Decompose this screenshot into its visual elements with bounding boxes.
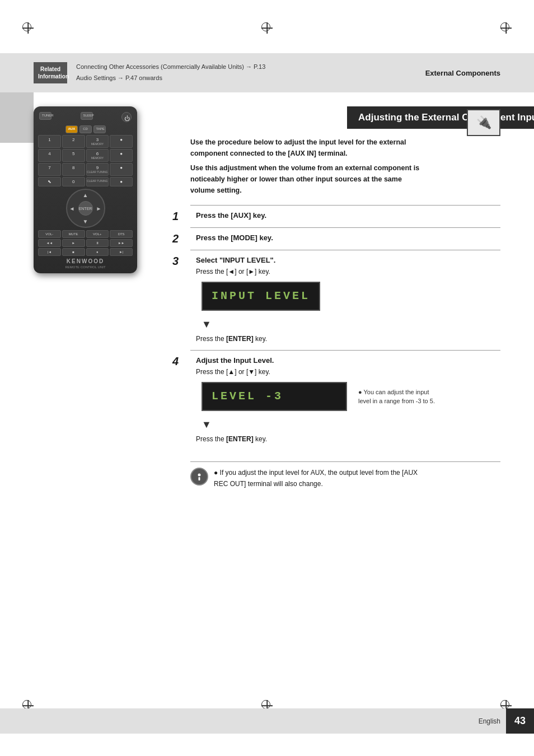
header-links: Connecting Other Accessories (Commercial… bbox=[76, 62, 265, 84]
section-title: External Components bbox=[425, 69, 500, 77]
step-4-level-row: LEVEL -3 ● You can adjust the input leve… bbox=[196, 377, 500, 416]
main-content: Adjusting the External Component Input L… bbox=[0, 106, 534, 489]
step-4-body: Press the [▲] or [▼] key. LEVEL -3 ● You… bbox=[190, 367, 500, 445]
footer-language: English bbox=[479, 717, 506, 725]
related-info-tab: Related Information bbox=[34, 62, 67, 83]
step-2: 2 Press the [MODE] key. bbox=[190, 227, 500, 250]
note-area: ● If you adjust the input level for AUX,… bbox=[190, 461, 500, 489]
note-icon bbox=[190, 468, 208, 486]
step-3-number: 3 bbox=[172, 255, 179, 268]
step-4-instruction-2: Press the [ENTER] key. bbox=[196, 434, 500, 445]
step-3-instruction-2: Press the [ENTER] key. bbox=[196, 334, 500, 344]
step-4: 4 Adjust the Input Level. Press the [▲] … bbox=[190, 350, 500, 450]
step-3-title: Select "INPUT LEVEL". bbox=[190, 256, 500, 264]
step-4-lcd: LEVEL -3 bbox=[202, 382, 347, 411]
step-1-number: 1 bbox=[172, 210, 179, 223]
step-4-arrow: ▼ bbox=[202, 417, 495, 433]
step-4-number: 4 bbox=[172, 355, 179, 368]
reg-mark-tc bbox=[261, 22, 273, 34]
svg-rect-1 bbox=[199, 477, 200, 480]
intro-line-2: Use this adjustment when the volume from… bbox=[190, 162, 425, 196]
aux-icon: 🔌 bbox=[467, 109, 500, 136]
page-number: 43 bbox=[506, 708, 534, 734]
note-content: ● If you adjust the input level for AUX,… bbox=[214, 469, 418, 487]
page-title: Adjusting the External Component Input L… bbox=[347, 106, 534, 129]
note-svg bbox=[194, 471, 205, 482]
step-3-body: Press the [◄] or [►] key. INPUT LEVEL ▼ … bbox=[190, 267, 500, 344]
step-3-arrow: ▼ bbox=[202, 316, 495, 333]
steps-area: 1 Press the [AUX] key. 2 Press the [MODE… bbox=[190, 205, 500, 450]
header-link-2: Audio Settings → P.47 onwards bbox=[76, 73, 265, 84]
reg-mark-tl bbox=[22, 22, 34, 34]
header-link-1: Connecting Other Accessories (Commercial… bbox=[76, 62, 265, 73]
reg-mark-tr bbox=[500, 22, 512, 34]
step-3: 3 Select "INPUT LEVEL". Press the [◄] or… bbox=[190, 250, 500, 350]
step-3-lcd: INPUT LEVEL bbox=[202, 282, 320, 311]
intro-text: Use the procedure below to adjust the in… bbox=[190, 137, 425, 196]
step-1-title: Press the [AUX] key. bbox=[190, 211, 500, 220]
intro-line-1: Use the procedure below to adjust the in… bbox=[190, 137, 425, 159]
svg-point-0 bbox=[198, 474, 201, 477]
step-4-instruction-1: Press the [▲] or [▼] key. bbox=[196, 367, 500, 377]
step-3-instruction-1: Press the [◄] or [►] key. bbox=[196, 267, 500, 277]
step-4-inline-note: ● You can adjust the input level in a ra… bbox=[358, 388, 437, 406]
step-2-title: Press the [MODE] key. bbox=[190, 234, 500, 242]
header-band: Related Information Connecting Other Acc… bbox=[0, 53, 534, 92]
aux-icon-area: 🔌 bbox=[467, 109, 500, 136]
step-1: 1 Press the [AUX] key. bbox=[190, 205, 500, 227]
note-text: ● If you adjust the input level for AUX,… bbox=[214, 468, 427, 489]
footer-band: English 43 bbox=[0, 708, 534, 734]
step-2-number: 2 bbox=[172, 232, 179, 245]
step-4-title: Adjust the Input Level. bbox=[190, 356, 500, 365]
title-row: Adjusting the External Component Input L… bbox=[190, 106, 500, 129]
